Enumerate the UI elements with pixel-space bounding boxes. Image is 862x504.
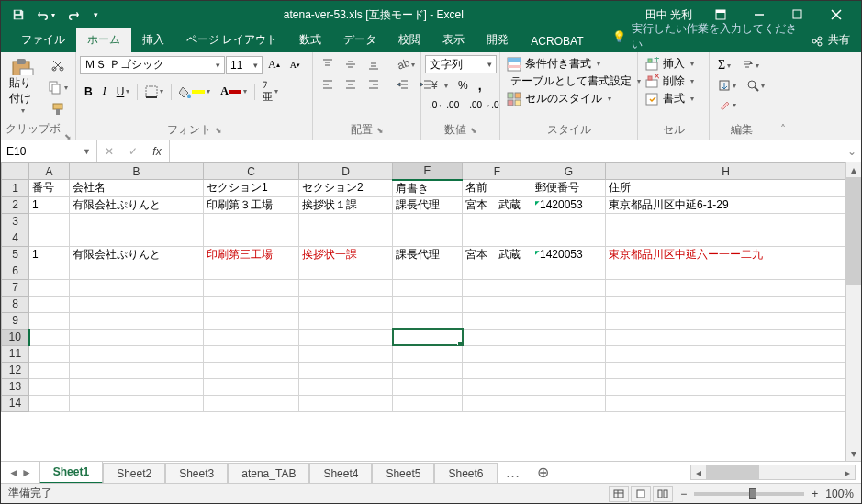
tab-insert[interactable]: 挿入 (131, 28, 175, 52)
col-header-H[interactable]: H (606, 163, 846, 180)
tab-nav[interactable]: ◄► (1, 466, 39, 479)
sheet-tab-Sheet5[interactable]: Sheet5 (372, 463, 434, 483)
cell-B8[interactable] (70, 296, 204, 312)
cell-D1[interactable]: セクション2 (299, 180, 393, 197)
italic-button[interactable]: I (98, 82, 111, 101)
font-size-combo[interactable]: 11▾ (226, 56, 263, 74)
cell-D7[interactable] (299, 279, 393, 296)
align-bottom-button[interactable] (363, 55, 385, 73)
cell-G14[interactable] (532, 395, 606, 411)
row-header-6[interactable]: 6 (2, 263, 29, 279)
sheet-tab-atena_TAB[interactable]: atena_TAB (228, 463, 309, 483)
cell-F1[interactable]: 名前 (463, 180, 532, 197)
cell-H9[interactable] (606, 312, 846, 329)
cell-E8[interactable] (393, 296, 463, 312)
zoom-slider[interactable] (694, 492, 804, 496)
align-top-button[interactable] (317, 55, 339, 73)
cell-B13[interactable] (70, 378, 204, 395)
cell-F8[interactable] (463, 296, 532, 312)
cell-C6[interactable] (204, 263, 299, 279)
sheet-tab-Sheet1[interactable]: Sheet1 (39, 461, 103, 483)
cell-D6[interactable] (299, 263, 393, 279)
row-header-5[interactable]: 5 (2, 246, 29, 263)
cell-F6[interactable] (463, 263, 532, 279)
cell-C14[interactable] (204, 395, 299, 411)
tabs-more[interactable]: … (498, 463, 529, 483)
tab-acrobat[interactable]: ACROBAT (520, 30, 594, 52)
row-header-3[interactable]: 3 (2, 213, 29, 230)
row-header-14[interactable]: 14 (2, 395, 29, 411)
cell-D11[interactable] (299, 345, 393, 362)
align-center-button[interactable] (340, 75, 362, 94)
cell-G7[interactable] (532, 279, 606, 296)
align-left-button[interactable] (317, 75, 339, 94)
cell-G13[interactable] (532, 378, 606, 395)
cell-F13[interactable] (463, 378, 532, 395)
insert-function-button[interactable]: fx (145, 140, 169, 162)
page-layout-view-button[interactable] (631, 486, 651, 502)
cell-D5[interactable]: 挨拶状一課 (299, 246, 393, 263)
cell-G10[interactable] (532, 329, 606, 345)
tab-review[interactable]: 校閲 (387, 28, 431, 52)
cell-C5[interactable]: 印刷第三工場 (204, 246, 299, 263)
row-header-13[interactable]: 13 (2, 378, 29, 395)
fill-button[interactable]: ▾ (713, 76, 741, 95)
vertical-scrollbar[interactable]: ▴ ▾ (845, 162, 861, 461)
underline-button[interactable]: U▾ (112, 83, 135, 101)
delete-cells-button[interactable]: ×削除▾ (642, 73, 705, 90)
tab-data[interactable]: データ (332, 28, 387, 52)
cell-B1[interactable]: 会社名 (70, 180, 204, 197)
cell-A9[interactable] (29, 312, 70, 329)
orientation-button[interactable]: ab▾ (392, 55, 420, 73)
clear-button[interactable]: ▾ (713, 95, 741, 114)
tab-developer[interactable]: 開発 (476, 28, 520, 52)
cell-A13[interactable] (29, 378, 70, 395)
cell-H13[interactable] (606, 378, 846, 395)
col-header-A[interactable]: A (29, 163, 70, 180)
cell-D4[interactable] (299, 230, 393, 246)
cancel-formula-button[interactable]: ✕ (97, 140, 121, 162)
cell-C3[interactable] (204, 213, 299, 230)
cell-G5[interactable]: ◤1420053 (532, 246, 606, 263)
cell-B5[interactable]: 有限会社ぷりんと (70, 246, 204, 263)
cell-F2[interactable]: 宮本 武蔵 (463, 196, 532, 213)
scroll-up-button[interactable]: ▴ (846, 162, 861, 177)
cell-H14[interactable] (606, 395, 846, 411)
cell-F7[interactable] (463, 279, 532, 296)
cell-A6[interactable] (29, 263, 70, 279)
cell-E10[interactable] (393, 329, 463, 345)
cell-G11[interactable] (532, 345, 606, 362)
zoom-out-button[interactable]: − (680, 487, 687, 500)
cell-H6[interactable] (606, 263, 846, 279)
col-header-F[interactable]: F (463, 163, 532, 180)
cell-D9[interactable] (299, 312, 393, 329)
cell-B7[interactable] (70, 279, 204, 296)
row-header-4[interactable]: 4 (2, 230, 29, 246)
share-button[interactable]: 共有 (800, 28, 861, 52)
align-launcher[interactable]: ⬊ (376, 126, 384, 135)
cell-H4[interactable] (606, 230, 846, 246)
sheet-tab-Sheet2[interactable]: Sheet2 (103, 463, 165, 483)
new-sheet-button[interactable]: ⊕ (529, 463, 557, 483)
spreadsheet-grid[interactable]: ABCDEFGH1番号会社名セクション1セクション2肩書き名前郵便番号住所21有… (1, 162, 846, 412)
cell-B11[interactable] (70, 345, 204, 362)
cell-D10[interactable] (299, 329, 393, 345)
collapse-ribbon-button[interactable]: ˄ (774, 52, 792, 140)
col-header-B[interactable]: B (70, 163, 204, 180)
comma-button[interactable]: , (474, 75, 487, 95)
cell-G8[interactable] (532, 296, 606, 312)
sheet-tab-Sheet6[interactable]: Sheet6 (434, 463, 497, 483)
tab-view[interactable]: 表示 (431, 28, 476, 52)
shrink-font-button[interactable]: A▾ (285, 57, 305, 73)
tab-formulas[interactable]: 数式 (288, 28, 332, 52)
cell-C9[interactable] (204, 312, 299, 329)
cell-B2[interactable]: 有限会社ぷりんと (70, 196, 204, 213)
cell-F10[interactable] (463, 329, 532, 345)
row-header-12[interactable]: 12 (2, 362, 29, 378)
number-format-combo[interactable]: 文字列▾ (425, 55, 497, 73)
cell-C4[interactable] (204, 230, 299, 246)
cell-F14[interactable] (463, 395, 532, 411)
scroll-left-button[interactable]: ◂ (691, 465, 706, 479)
close-button[interactable] (817, 2, 856, 28)
format-painter-button[interactable] (43, 99, 73, 119)
